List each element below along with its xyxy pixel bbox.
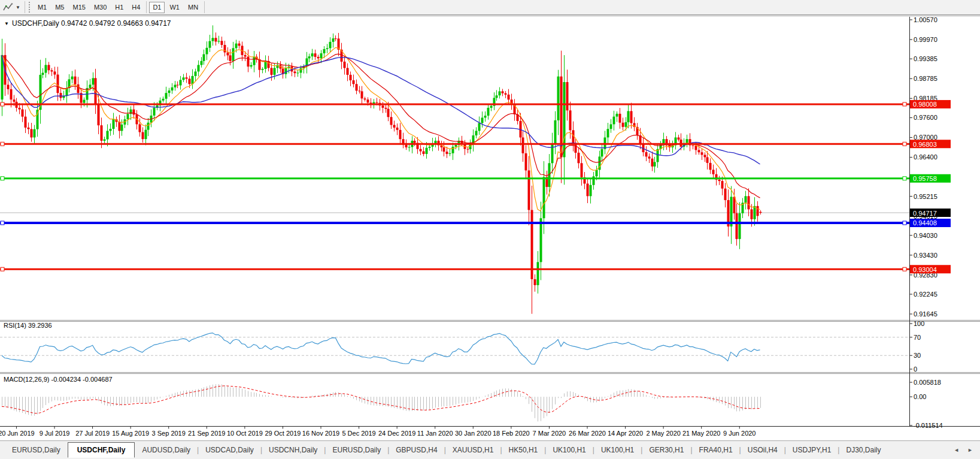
chart-title-group: ▼USDCHF,Daily 0.94742 0.94792 0.94663 0.…	[4, 19, 171, 28]
svg-text:29 Oct 2019: 29 Oct 2019	[265, 430, 301, 437]
svg-text:24 Dec 2019: 24 Dec 2019	[378, 430, 415, 437]
tab-scroll-left-icon[interactable]: ◄	[954, 447, 959, 453]
chart-tab-USOil-H4[interactable]: USOil,H4	[742, 443, 784, 457]
chart-tab-bar: EURUSD,DailyUSDCHF,DailyAUDUSD,Daily|USD…	[0, 440, 980, 459]
svg-text:0.95758: 0.95758	[913, 175, 937, 182]
chart-tab-GER30-H1[interactable]: GER30,H1	[643, 443, 690, 457]
macd-label: MACD(12,26,9) -0.004234 -0.004687	[4, 376, 113, 383]
chart-background	[0, 15, 980, 440]
svg-text:9 Jun 2020: 9 Jun 2020	[723, 430, 756, 437]
chart-title: USDCHF,Daily 0.94742 0.94792 0.94663 0.9…	[12, 19, 171, 28]
chart-tab-XAUUSD-H1[interactable]: XAUUSD,H1	[447, 443, 500, 457]
svg-text:1.00570: 1.00570	[914, 16, 937, 23]
svg-text:0.98008: 0.98008	[913, 101, 937, 108]
svg-text:7 Mar 2020: 7 Mar 2020	[533, 430, 566, 437]
svg-text:10 Oct 2019: 10 Oct 2019	[227, 430, 263, 437]
chart-tab-UK100-H1[interactable]: UK100,H1	[547, 443, 591, 457]
svg-text:0: 0	[914, 366, 917, 373]
chart-tab-FRA40-H1[interactable]: FRA40,H1	[693, 443, 739, 457]
mt4-terminal: { "toolbar": { "chart_tool_icon": "indic…	[0, 0, 980, 459]
svg-text:30: 30	[914, 352, 921, 359]
chart-tab-EURUSD-Daily[interactable]: EURUSD,Daily	[6, 443, 66, 457]
rsi-label: RSI(14) 39.2936	[4, 322, 52, 329]
chart-tab-HK50-H1[interactable]: HK50,H1	[503, 443, 544, 457]
svg-text:0.92245: 0.92245	[914, 291, 937, 298]
chart-tab-AUDUSD-Daily[interactable]: AUDUSD,Daily	[136, 443, 196, 457]
svg-text:100: 100	[914, 320, 924, 327]
svg-text:0.96803: 0.96803	[913, 141, 937, 148]
svg-text:0.93430: 0.93430	[914, 252, 937, 259]
svg-text:0.00: 0.00	[914, 393, 926, 400]
svg-text:0.97600: 0.97600	[914, 114, 937, 121]
tab-scroll-right-icon[interactable]: ►	[967, 447, 973, 453]
chart-tab-DJ30-Daily[interactable]: DJ30,Daily	[840, 443, 887, 457]
chart-tab-USDCHF-Daily[interactable]: USDCHF,Daily	[68, 442, 135, 458]
svg-text:0.91645: 0.91645	[914, 310, 937, 318]
chart-tab-UK100-H1[interactable]: UK100,H1	[595, 443, 640, 457]
svg-text:5 Dec 2019: 5 Dec 2019	[342, 430, 375, 437]
title-dropdown-icon[interactable]: ▼	[4, 21, 9, 26]
svg-text:14 Apr 2020: 14 Apr 2020	[608, 430, 643, 437]
svg-text:0.99385: 0.99385	[914, 55, 937, 62]
svg-text:3 Sep 2019: 3 Sep 2019	[152, 430, 186, 437]
svg-text:20 Jun 2019: 20 Jun 2019	[0, 430, 35, 437]
svg-text:9 Jul 2019: 9 Jul 2019	[40, 430, 70, 437]
tab-scroll-arrows: ◄►	[954, 447, 973, 453]
chart-tab-GBPUSD-H4[interactable]: GBPUSD,H4	[390, 443, 443, 457]
svg-text:21 May 2020: 21 May 2020	[682, 430, 721, 437]
svg-text:27 Jul 2019: 27 Jul 2019	[75, 430, 110, 437]
svg-text:70: 70	[914, 334, 921, 341]
svg-text:26 Mar 2020: 26 Mar 2020	[569, 430, 606, 437]
svg-text:30 Jan 2020: 30 Jan 2020	[455, 430, 491, 437]
svg-text:21 Sep 2019: 21 Sep 2019	[188, 430, 225, 437]
svg-text:-0.011514: -0.011514	[914, 422, 943, 429]
svg-text:0.98785: 0.98785	[914, 75, 937, 82]
svg-text:0.93004: 0.93004	[913, 266, 937, 273]
svg-text:0.94030: 0.94030	[914, 232, 937, 239]
chart-tab-EURUSD-Daily[interactable]: EURUSD,Daily	[326, 443, 387, 457]
svg-text:0.96400: 0.96400	[914, 153, 937, 161]
svg-text:2 May 2020: 2 May 2020	[646, 430, 680, 437]
svg-text:0.005818: 0.005818	[914, 379, 941, 386]
svg-text:0.95215: 0.95215	[914, 193, 937, 200]
svg-text:18 Feb 2020: 18 Feb 2020	[493, 430, 530, 437]
chart-tab-USDCAD-Daily[interactable]: USDCAD,Daily	[199, 443, 260, 457]
svg-text:0.94717: 0.94717	[913, 210, 937, 217]
svg-text:15 Aug 2019: 15 Aug 2019	[112, 430, 149, 437]
svg-text:16 Nov 2019: 16 Nov 2019	[302, 430, 339, 437]
svg-text:11 Jan 2020: 11 Jan 2020	[417, 430, 453, 437]
svg-text:0.99970: 0.99970	[914, 36, 937, 43]
chart-tab-USDJPY-H1[interactable]: USDJPY,H1	[787, 443, 837, 457]
svg-text:0.94408: 0.94408	[913, 219, 937, 227]
chart-area[interactable]: 1.005700.999700.993850.987850.981850.976…	[0, 0, 980, 440]
chart-tab-USDCNH-Daily[interactable]: USDCNH,Daily	[263, 443, 323, 457]
